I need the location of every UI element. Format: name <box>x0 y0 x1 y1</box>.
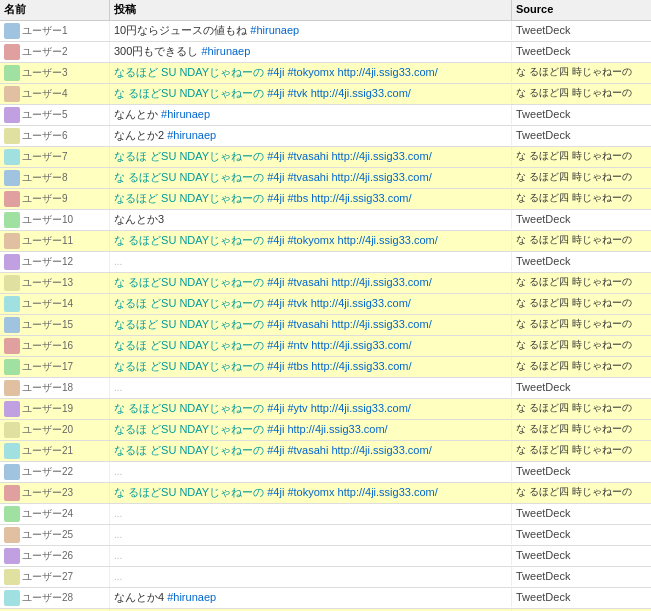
table-row[interactable]: ユーザー12...TweetDeck <box>0 252 651 273</box>
avatar <box>4 170 20 186</box>
username: ユーザー17 <box>22 361 73 372</box>
table-row[interactable]: ユーザー25...TweetDeck <box>0 525 651 546</box>
avatar <box>4 464 20 480</box>
table-row[interactable]: ユーザー21なるほ どSU NDAYじゃねーの #4ji #tvasahi ht… <box>0 441 651 462</box>
table-body: ユーザー110円ならジュースの値もね #hirunaepTweetDeckユーザ… <box>0 21 651 611</box>
username: ユーザー11 <box>22 235 73 246</box>
name-cell: ユーザー14 <box>0 294 110 314</box>
post-cell: な るほどSU NDAYじゃねーの #4ji #tvasahi http://4… <box>110 168 512 187</box>
avatar <box>4 548 20 564</box>
avatar <box>4 233 20 249</box>
avatar <box>4 590 20 606</box>
header-source: Source <box>512 0 651 19</box>
table-header: 名前 投稿 Source <box>0 0 651 21</box>
table-row[interactable]: ユーザー10なんとか3TweetDeck <box>0 210 651 231</box>
avatar <box>4 527 20 543</box>
tweetdeck-source: TweetDeck <box>516 381 570 393</box>
name-cell: ユーザー19 <box>0 399 110 419</box>
post-cell: なんとか4 #hirunaep <box>110 588 512 607</box>
avatar <box>4 254 20 270</box>
name-cell: ユーザー5 <box>0 105 110 125</box>
username: ユーザー10 <box>22 214 73 225</box>
username: ユーザー18 <box>22 382 73 393</box>
avatar <box>4 443 20 459</box>
source-cell: な るほど四 時じゃねーの <box>512 273 651 291</box>
custom-source: な るほど四 時じゃねーの <box>516 360 632 371</box>
tweetdeck-source: TweetDeck <box>516 465 570 477</box>
avatar <box>4 128 20 144</box>
table-row[interactable]: ユーザー15なるほど SU NDAYじゃねーの #4ji #tvasahi ht… <box>0 315 651 336</box>
table-row[interactable]: ユーザー7なるほ どSU NDAYじゃねーの #4ji #tvasahi htt… <box>0 147 651 168</box>
table-row[interactable]: ユーザー27...TweetDeck <box>0 567 651 588</box>
table-row[interactable]: ユーザー13な るほどSU NDAYじゃねーの #4ji #tvasahi ht… <box>0 273 651 294</box>
source-cell: な るほど四 時じゃねーの <box>512 483 651 501</box>
table-row[interactable]: ユーザー9なるほど SU NDAYじゃねーの #4ji #tbs http://… <box>0 189 651 210</box>
table-row[interactable]: ユーザー19な るほどSU NDAYじゃねーの #4ji #ytv http:/… <box>0 399 651 420</box>
tweetdeck-source: TweetDeck <box>516 255 570 267</box>
table-row[interactable]: ユーザー17なるほ どSU NDAYじゃねーの #4ji #tbs http:/… <box>0 357 651 378</box>
name-cell: ユーザー23 <box>0 483 110 503</box>
avatar <box>4 107 20 123</box>
avatar <box>4 338 20 354</box>
custom-source: な るほど四 時じゃねーの <box>516 444 632 455</box>
username: ユーザー5 <box>22 109 68 120</box>
source-cell: TweetDeck <box>512 567 651 586</box>
post-cell: ... <box>110 252 512 271</box>
username: ユーザー4 <box>22 88 68 99</box>
post-cell: ... <box>110 567 512 586</box>
custom-source: な るほど四 時じゃねーの <box>516 192 632 203</box>
username: ユーザー12 <box>22 256 73 267</box>
table-row[interactable]: ユーザー110円ならジュースの値もね #hirunaepTweetDeck <box>0 21 651 42</box>
table-row[interactable]: ユーザー5なんとか #hirunaepTweetDeck <box>0 105 651 126</box>
source-cell: TweetDeck <box>512 42 651 61</box>
post-cell: な るほどSU NDAYじゃねーの #4ji #ytv http://4ji.s… <box>110 399 512 418</box>
username: ユーザー23 <box>22 487 73 498</box>
post-cell: な るほどSU NDAYじゃねーの #4ji #tvk http://4ji.s… <box>110 84 512 103</box>
name-cell: ユーザー4 <box>0 84 110 104</box>
username: ユーザー19 <box>22 403 73 414</box>
table-row[interactable]: ユーザー28なんとか4 #hirunaepTweetDeck <box>0 588 651 609</box>
header-name: 名前 <box>0 0 110 19</box>
table-row[interactable]: ユーザー18...TweetDeck <box>0 378 651 399</box>
custom-source: な るほど四 時じゃねーの <box>516 297 632 308</box>
table-row[interactable]: ユーザー26...TweetDeck <box>0 546 651 567</box>
avatar <box>4 359 20 375</box>
avatar <box>4 23 20 39</box>
tweetdeck-source: TweetDeck <box>516 549 570 561</box>
name-cell: ユーザー1 <box>0 21 110 41</box>
tweetdeck-source: TweetDeck <box>516 591 570 603</box>
name-cell: ユーザー27 <box>0 567 110 587</box>
username: ユーザー7 <box>22 151 68 162</box>
avatar <box>4 506 20 522</box>
post-cell: な るほどSU NDAYじゃねーの #4ji #tokyomx http://4… <box>110 231 512 250</box>
source-cell: な るほど四 時じゃねーの <box>512 399 651 417</box>
table-row[interactable]: ユーザー11な るほどSU NDAYじゃねーの #4ji #tokyomx ht… <box>0 231 651 252</box>
name-cell: ユーザー25 <box>0 525 110 545</box>
source-cell: な るほど四 時じゃねーの <box>512 357 651 375</box>
custom-source: な るほど四 時じゃねーの <box>516 66 632 77</box>
table-row[interactable]: ユーザー16なるほ どSU NDAYじゃねーの #4ji #ntv http:/… <box>0 336 651 357</box>
main-table: 名前 投稿 Source ユーザー110円ならジュースの値もね #hirunae… <box>0 0 651 611</box>
table-row[interactable]: ユーザー22...TweetDeck <box>0 462 651 483</box>
table-row[interactable]: ユーザー24...TweetDeck <box>0 504 651 525</box>
table-row[interactable]: ユーザー6なんとか2 #hirunaepTweetDeck <box>0 126 651 147</box>
table-row[interactable]: ユーザー2300円もできるし #hirunaepTweetDeck <box>0 42 651 63</box>
source-cell: な るほど四 時じゃねーの <box>512 315 651 333</box>
name-cell: ユーザー18 <box>0 378 110 398</box>
source-cell: な るほど四 時じゃねーの <box>512 336 651 354</box>
username: ユーザー1 <box>22 25 68 36</box>
table-row[interactable]: ユーザー3なるほど SU NDAYじゃねーの #4ji #tokyomx htt… <box>0 63 651 84</box>
table-row[interactable]: ユーザー4な るほどSU NDAYじゃねーの #4ji #tvk http://… <box>0 84 651 105</box>
avatar <box>4 569 20 585</box>
table-row[interactable]: ユーザー20なるほ どSU NDAYじゃねーの #4ji http://4ji.… <box>0 420 651 441</box>
table-row[interactable]: ユーザー14なるほ どSU NDAYじゃねーの #4ji #tvk http:/… <box>0 294 651 315</box>
table-row[interactable]: ユーザー8な るほどSU NDAYじゃねーの #4ji #tvasahi htt… <box>0 168 651 189</box>
avatar <box>4 191 20 207</box>
post-cell: なるほ どSU NDAYじゃねーの #4ji http://4ji.ssig33… <box>110 420 512 439</box>
table-row[interactable]: ユーザー23な るほどSU NDAYじゃねーの #4ji #tokyomx ht… <box>0 483 651 504</box>
source-cell: TweetDeck <box>512 546 651 565</box>
post-cell: 300円もできるし #hirunaep <box>110 42 512 61</box>
source-cell: TweetDeck <box>512 126 651 145</box>
tweetdeck-source: TweetDeck <box>516 108 570 120</box>
source-cell: な るほど四 時じゃねーの <box>512 63 651 81</box>
